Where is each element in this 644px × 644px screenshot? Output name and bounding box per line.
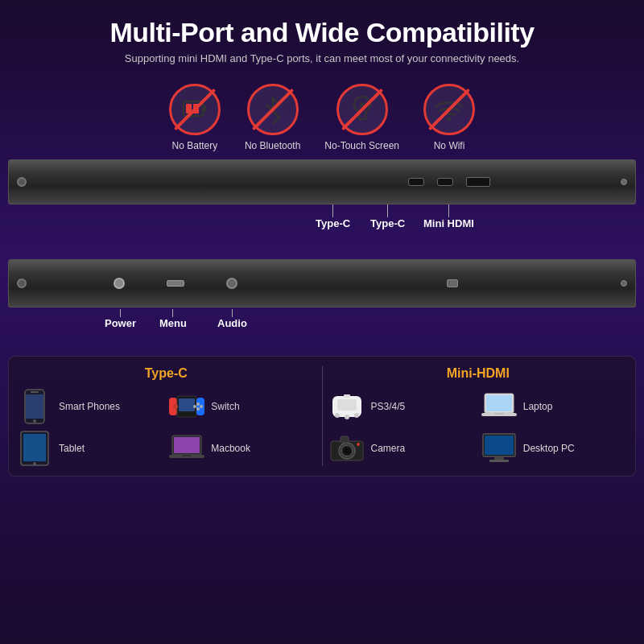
header-section: Multi-Port and Wide Compatibility Suppor… (0, 0, 644, 71)
laptop-label: Laptop (523, 401, 553, 412)
tablet-label: Tablet (59, 443, 85, 454)
svg-point-31 (354, 413, 359, 418)
features-row: No Battery No Bluetooth No-Touch Screen (0, 84, 644, 151)
svg-rect-41 (341, 436, 349, 443)
no-battery-label: No Battery (172, 140, 218, 151)
svg-point-30 (345, 415, 349, 419)
typec1-label: Type-C (316, 217, 350, 229)
svg-rect-2 (186, 104, 192, 114)
bottom-port-labels: Power Menu Audio (8, 309, 636, 351)
ps-label: PS3/4/5 (371, 401, 406, 412)
typec-item-phones: Smart Phones (17, 389, 163, 424)
svg-rect-32 (344, 394, 350, 398)
svg-point-10 (33, 419, 36, 423)
no-touch-label: No-Touch Screen (324, 140, 399, 151)
top-port-labels: Type-C Type-C Mini HDMI (8, 204, 636, 253)
top-port-bar (8, 159, 636, 204)
svg-point-15 (173, 404, 178, 409)
hdmi-item-desktop: Desktop PC (481, 431, 627, 466)
hdmi-grid: PS3/4/5 Laptop (329, 389, 628, 466)
no-battery-icon (169, 84, 221, 135)
no-wifi-icon (423, 84, 475, 135)
svg-point-19 (193, 405, 196, 408)
svg-point-42 (357, 443, 360, 446)
monitor-icon (481, 431, 517, 466)
svg-rect-8 (31, 391, 39, 393)
macbook-label: Macbook (211, 443, 250, 454)
power-label: Power (105, 317, 136, 329)
subtitle: Supporting mini HDMI and Type-C ports, i… (16, 52, 628, 64)
svg-rect-28 (337, 399, 357, 411)
feature-no-touch: No-Touch Screen (324, 84, 399, 151)
svg-point-29 (335, 413, 340, 418)
svg-point-16 (196, 402, 200, 406)
typec-col: Type-C Smart Phones (17, 366, 316, 466)
camera-icon (329, 431, 365, 466)
svg-rect-45 (494, 456, 504, 460)
svg-point-18 (196, 407, 200, 411)
svg-rect-34 (486, 395, 512, 411)
svg-rect-44 (485, 436, 514, 455)
phone-icon (17, 389, 52, 424)
hdmi-item-laptop: Laptop (481, 389, 627, 424)
svg-rect-21 (23, 434, 46, 461)
svg-rect-1 (203, 105, 206, 112)
svg-rect-14 (179, 398, 195, 411)
no-touch-icon (336, 84, 388, 135)
compat-divider (322, 366, 323, 466)
typec-item-macbook: Macbook (169, 431, 315, 466)
hdmi-col: Mini-HDMI PS3/4/5 (329, 366, 628, 466)
svg-rect-36 (494, 413, 504, 415)
feature-no-battery: No Battery (169, 84, 221, 151)
wifi-svg (435, 98, 464, 121)
no-bluetooth-label: No Bluetooth (245, 140, 300, 151)
switch-label: Switch (211, 401, 239, 412)
main-title: Multi-Port and Wide Compatibility (16, 18, 628, 47)
svg-rect-9 (26, 394, 43, 419)
desktop-label: Desktop PC (523, 443, 575, 454)
camera-label: Camera (371, 443, 406, 454)
battery-svg (182, 98, 208, 121)
hdmi-label: Mini HDMI (423, 217, 474, 229)
top-port-diagram: Type-C Type-C Mini HDMI (8, 159, 636, 253)
laptop-icon (481, 389, 517, 424)
typec-grid: Smart Phones (17, 389, 316, 466)
bottom-port-diagram: Power Menu Audio (8, 259, 636, 351)
svg-point-22 (33, 462, 36, 465)
svg-rect-46 (489, 460, 509, 462)
typec2-label: Type-C (370, 217, 405, 229)
no-bluetooth-icon (247, 84, 299, 135)
typec-title: Type-C (17, 366, 316, 381)
compat-section: Type-C Smart Phones (8, 356, 636, 477)
svg-rect-24 (174, 437, 200, 453)
phones-label: Smart Phones (59, 401, 120, 412)
svg-rect-3 (193, 104, 199, 114)
hdmi-title: Mini-HDMI (329, 366, 628, 381)
switch-icon (169, 389, 204, 424)
svg-point-40 (344, 448, 350, 454)
svg-line-4 (266, 105, 279, 118)
hdmi-item-camera: Camera (329, 431, 475, 466)
typec-item-switch: Switch (169, 389, 315, 424)
compat-inner: Type-C Smart Phones (17, 366, 627, 466)
svg-point-17 (200, 405, 203, 408)
hdmi-item-ps: PS3/4/5 (329, 389, 475, 424)
bottom-port-bar (8, 259, 636, 308)
svg-rect-26 (182, 455, 192, 456)
feature-no-bluetooth: No Bluetooth (245, 84, 300, 151)
svg-point-6 (448, 118, 452, 122)
svg-point-5 (360, 102, 365, 107)
menu-label: Menu (159, 317, 187, 329)
feature-no-wifi: No Wifi (423, 84, 475, 151)
bluetooth-svg (262, 95, 284, 124)
tablet-icon (17, 431, 52, 466)
typec-item-tablet: Tablet (17, 431, 163, 466)
no-wifi-label: No Wifi (434, 140, 465, 151)
ps-icon (329, 389, 365, 424)
audio-label: Audio (217, 317, 247, 329)
touch-svg (349, 95, 375, 124)
macbook-icon (169, 431, 204, 466)
